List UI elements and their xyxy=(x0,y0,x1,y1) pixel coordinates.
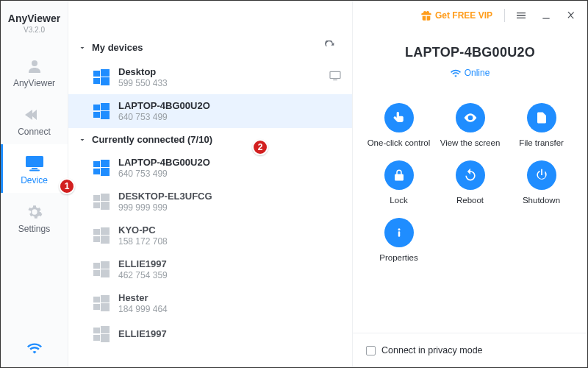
device-list-panel: My devices Desktop599 550 433 LAPTOP-4BG… xyxy=(68,1,352,367)
device-id: 462 754 359 xyxy=(118,270,168,280)
section-title: My devices xyxy=(92,42,143,53)
windows-icon xyxy=(93,194,110,210)
action-properties[interactable]: Properties xyxy=(366,218,431,262)
refresh-button[interactable] xyxy=(324,40,336,54)
svg-rect-5 xyxy=(101,69,110,77)
action-label: Lock xyxy=(390,196,407,205)
sidebar-item-label: AnyViewer xyxy=(1,78,68,88)
action-label: Properties xyxy=(379,253,417,262)
svg-rect-21 xyxy=(93,229,100,235)
svg-rect-25 xyxy=(93,263,100,269)
close-button[interactable] xyxy=(562,7,580,24)
svg-rect-32 xyxy=(101,303,110,311)
eye-icon xyxy=(463,110,478,125)
svg-rect-12 xyxy=(101,111,110,119)
device-item-laptop[interactable]: LAPTOP-4BG00U2O640 753 499 xyxy=(68,94,352,128)
action-label: One-click control xyxy=(368,138,431,147)
list-item[interactable]: LAPTOP-4BG00U2O640 753 499 xyxy=(68,151,352,185)
device-name: DESKTOP-EL3UFCG xyxy=(118,191,212,202)
detail-status: Online xyxy=(451,68,490,78)
svg-rect-3 xyxy=(29,170,40,171)
windows-icon xyxy=(93,295,110,311)
power-icon xyxy=(534,168,549,183)
list-item[interactable]: ELLIE1997462 754 359 xyxy=(68,252,352,286)
action-label: Reboot xyxy=(456,196,484,205)
windows-icon xyxy=(93,69,110,85)
action-label: File transfer xyxy=(519,138,564,147)
status-label: Online xyxy=(465,68,490,78)
close-icon xyxy=(566,10,576,21)
action-reboot[interactable]: Reboot xyxy=(437,160,503,205)
svg-rect-28 xyxy=(101,269,110,277)
minimize-button[interactable] xyxy=(537,7,555,24)
svg-rect-24 xyxy=(101,236,110,244)
list-item[interactable]: Hester184 999 464 xyxy=(68,286,352,320)
user-icon xyxy=(24,57,45,75)
annotation-badge-2: 2 xyxy=(252,139,268,155)
device-name: ELLIE1997 xyxy=(118,258,168,269)
device-name: LAPTOP-4BG00U2O xyxy=(118,157,210,168)
connect-icon xyxy=(24,106,45,124)
device-item-desktop[interactable]: Desktop599 550 433 xyxy=(68,60,352,94)
svg-rect-14 xyxy=(101,160,110,167)
svg-rect-27 xyxy=(93,270,100,276)
device-id: 599 550 433 xyxy=(118,78,168,88)
svg-rect-6 xyxy=(93,78,100,84)
list-item[interactable]: KYO-PC158 172 708 xyxy=(68,219,352,252)
vip-label: Get FREE VIP xyxy=(435,10,492,21)
my-devices-list: Desktop599 550 433 LAPTOP-4BG00U2O640 75… xyxy=(68,59,352,130)
device-name: KYO-PC xyxy=(118,224,168,236)
section-my-devices-header[interactable]: My devices xyxy=(68,36,352,59)
windows-icon xyxy=(93,103,110,119)
privacy-mode-row[interactable]: Connect in privacy mode xyxy=(353,333,587,367)
sidebar-item-device[interactable]: Device xyxy=(1,144,68,193)
svg-rect-7 xyxy=(101,77,110,85)
sidebar-item-label: Connect xyxy=(1,127,68,137)
svg-rect-26 xyxy=(101,261,110,269)
action-file-transfer[interactable]: File transfer xyxy=(509,103,574,147)
action-one-click-control[interactable]: One-click control xyxy=(366,103,431,147)
sidebar-item-connect[interactable]: Connect xyxy=(1,96,68,144)
gift-icon xyxy=(420,10,432,21)
action-label: View the screen xyxy=(440,138,501,147)
svg-rect-33 xyxy=(93,328,100,333)
device-name: Desktop xyxy=(118,66,168,77)
sidebar-item-settings[interactable]: Settings xyxy=(1,193,68,241)
svg-point-0 xyxy=(32,60,37,66)
device-name: Hester xyxy=(118,292,168,303)
svg-rect-9 xyxy=(93,105,100,110)
action-lock[interactable]: Lock xyxy=(366,160,431,205)
action-shutdown[interactable]: Shutdown xyxy=(509,160,574,205)
device-id: 640 753 499 xyxy=(118,112,210,122)
menu-button[interactable] xyxy=(512,7,530,24)
info-icon xyxy=(392,225,406,240)
device-id: 999 999 999 xyxy=(118,202,212,213)
annotation-badge-1: 1 xyxy=(59,178,75,194)
action-grid: One-click control View the screen File t… xyxy=(366,103,574,262)
detail-device-title: LAPTOP-4BG00U2O xyxy=(405,45,535,60)
svg-rect-4 xyxy=(93,71,100,77)
svg-rect-15 xyxy=(93,169,100,174)
list-item[interactable]: DESKTOP-EL3UFCG999 999 999 xyxy=(68,185,352,219)
svg-rect-1 xyxy=(26,156,43,167)
device-name: LAPTOP-4BG00U2O xyxy=(118,100,210,111)
section-connected-header[interactable]: Currently connected (7/10) xyxy=(68,130,352,149)
svg-rect-16 xyxy=(101,168,110,176)
wifi-icon xyxy=(451,69,461,77)
list-item[interactable]: ELLIE1997 xyxy=(68,320,352,348)
svg-rect-36 xyxy=(101,334,110,342)
checkbox-icon[interactable] xyxy=(366,346,376,355)
windows-icon xyxy=(93,160,110,176)
device-detail-panel: LAPTOP-4BG00U2O Online One-click control… xyxy=(352,1,587,367)
action-view-screen[interactable]: View the screen xyxy=(437,103,503,147)
svg-rect-19 xyxy=(93,202,100,208)
file-icon xyxy=(535,110,548,125)
gear-icon xyxy=(24,203,45,221)
device-id: 184 999 464 xyxy=(118,304,168,314)
svg-rect-22 xyxy=(101,227,110,235)
get-free-vip-link[interactable]: Get FREE VIP xyxy=(420,10,492,21)
svg-rect-10 xyxy=(101,103,110,110)
windows-icon xyxy=(93,227,110,244)
sidebar-item-anyviewer[interactable]: AnyViewer xyxy=(1,47,68,96)
wifi-status-button[interactable] xyxy=(1,332,68,367)
